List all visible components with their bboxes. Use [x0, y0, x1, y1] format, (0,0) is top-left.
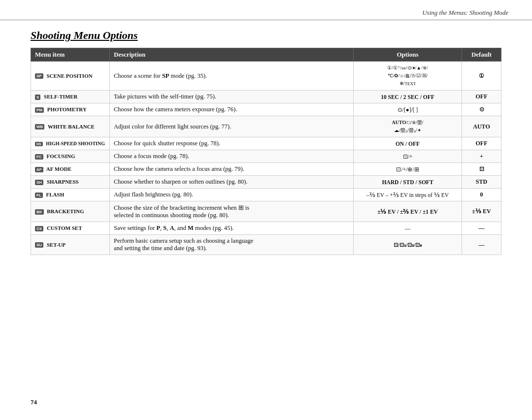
menu-item-cell: AF AF MODE: [31, 163, 110, 176]
table-row: SP SCENE POSITION Choose a scene for SP …: [31, 62, 501, 91]
desc-cell: Adjust color for different light sources…: [110, 116, 354, 137]
table-row: SU SET-UP Perform basic camera setup suc…: [31, 235, 501, 255]
options-cell: ⊡/+: [354, 150, 462, 163]
menu-item-cell: PM PHOTOMETRY: [31, 103, 110, 116]
desc-cell: Choose a focus mode (pg. 78).: [110, 150, 354, 163]
table-row: WB WHITE BALANCE Adjust color for differ…: [31, 116, 501, 137]
options-table: Menu item Description Options Default SP…: [31, 48, 501, 255]
af-mode-icon: AF: [35, 167, 43, 172]
desc-cell: Choose the size of the bracketing increm…: [110, 201, 354, 222]
menu-item-cell: HS HIGH-SPEED SHOOTING: [31, 137, 110, 150]
col-options: Options: [354, 48, 462, 62]
table-row: S SELF-TIMER Take pictures with the self…: [31, 91, 501, 103]
bracketing-icon: BK: [35, 209, 44, 215]
desc-cell: Choose for quick shutter response (pg. 7…: [110, 137, 354, 150]
setup-icon: SU: [35, 242, 43, 248]
photometry-icon: PM: [35, 107, 44, 113]
desc-cell: Perform basic camera setup such as choos…: [110, 235, 354, 255]
white-balance-icon: WB: [35, 124, 44, 129]
col-default: Default: [462, 48, 501, 62]
default-cell: +: [462, 150, 501, 163]
table-row: PM PHOTOMETRY Choose how the camera mete…: [31, 103, 501, 116]
desc-cell: Choose how the camera selects a focus ar…: [110, 163, 354, 176]
options-cell: ①/①⁺/㎜/⊙/♦/▲/※/ ℃/✿/☺/鑫/ℬ/☑/☒/ ❄/TEXT: [354, 62, 462, 91]
self-timer-icon: S: [35, 95, 40, 100]
options-cell: ⊙/[●]/[ ]: [354, 103, 462, 116]
desc-cell: Choose whether to sharpen or soften outl…: [110, 176, 354, 189]
default-cell: ⊡: [462, 163, 501, 176]
options-cell: —: [354, 222, 462, 235]
menu-item-cell: S SELF-TIMER: [31, 91, 110, 103]
page-content: Shooting Menu Options Menu item Descript…: [0, 29, 532, 255]
options-cell: ON / OFF: [354, 137, 462, 150]
sharpness-icon: SH: [35, 180, 43, 185]
options-cell: –⅔ EV – +⅔ EV in steps of ⅓ EV: [354, 189, 462, 201]
default-cell: —: [462, 235, 501, 255]
col-menu-item: Menu item: [31, 48, 110, 62]
table-row: AF AF MODE Choose how the camera selects…: [31, 163, 501, 176]
menu-item-cell: CS CUSTOM SET: [31, 222, 110, 235]
focusing-icon: FC: [35, 154, 43, 160]
menu-item-cell: SU SET-UP: [31, 235, 110, 255]
options-cell: 10 SEC / 2 SEC / OFF: [354, 91, 462, 103]
default-cell: AUTO: [462, 116, 501, 137]
flash-icon: FL: [35, 193, 43, 198]
table-row: BK BRACKETING Choose the size of the bra…: [31, 201, 501, 222]
menu-item-cell: SH SHARPNESS: [31, 176, 110, 189]
page-number: 74: [31, 398, 37, 406]
menu-item-cell: SP SCENE POSITION: [31, 62, 110, 91]
desc-cell: Save settings for P, S, A, and M modes (…: [110, 222, 354, 235]
custom-set-icon: CS: [35, 226, 43, 231]
table-row: FC FOCUSING Choose a focus mode (pg. 78)…: [31, 150, 501, 163]
header-title: Using the Menus: Shooting Mode: [422, 9, 508, 16]
desc-cell: Choose how the camera meters exposure (p…: [110, 103, 354, 116]
menu-item-cell: FL FLASH: [31, 189, 110, 201]
section-title: Shooting Menu Options: [31, 29, 501, 42]
options-cell: ±⅓ EV / ±⅔ EV / ±1 EV: [354, 201, 462, 222]
desc-cell: Adjust flash brightness (pg. 80).: [110, 189, 354, 201]
default-cell: STD: [462, 176, 501, 189]
table-row: HS HIGH-SPEED SHOOTING Choose for quick …: [31, 137, 501, 150]
default-cell: —: [462, 222, 501, 235]
menu-item-cell: WB WHITE BALANCE: [31, 116, 110, 137]
default-cell: ±⅓ EV: [462, 201, 501, 222]
options-cell: HARD / STD / SOFT: [354, 176, 462, 189]
table-row: CS CUSTOM SET Save settings for P, S, A,…: [31, 222, 501, 235]
default-cell: ①: [462, 62, 501, 91]
options-cell: ⊡/+/⊕/⊞: [354, 163, 462, 176]
options-cell: ⊡/⊡₁/⊡₂/⊡₃: [354, 235, 462, 255]
scene-position-icon: SP: [35, 73, 43, 79]
table-row: FL FLASH Adjust flash brightness (pg. 80…: [31, 189, 501, 201]
default-cell: OFF: [462, 91, 501, 103]
col-description: Description: [110, 48, 354, 62]
menu-item-cell: FC FOCUSING: [31, 150, 110, 163]
desc-cell: Take pictures with the self-timer (pg. 7…: [110, 91, 354, 103]
desc-cell: Choose a scene for SP mode (pg. 35).: [110, 62, 354, 91]
default-cell: 0: [462, 189, 501, 201]
menu-item-cell: BK BRACKETING: [31, 201, 110, 222]
options-cell: AUTO/□/※/螢/ ☁/螢₂/螢₃/✦: [354, 116, 462, 137]
page-header: Using the Menus: Shooting Mode: [0, 0, 532, 20]
table-row: SH SHARPNESS Choose whether to sharpen o…: [31, 176, 501, 189]
default-cell: ⊙: [462, 103, 501, 116]
high-speed-icon: HS: [35, 142, 43, 146]
default-cell: OFF: [462, 137, 501, 150]
table-header-row: Menu item Description Options Default: [31, 48, 501, 62]
